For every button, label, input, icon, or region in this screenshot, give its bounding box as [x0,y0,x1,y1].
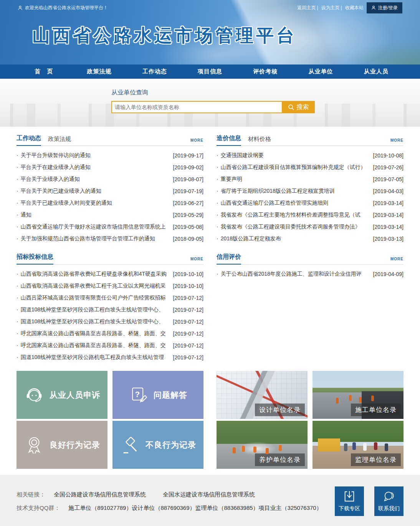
news-item[interactable]: 重要声明 [2019-07-05] [217,173,403,185]
user-icon [371,5,376,10]
tab-bidding[interactable]: 招标投标信息 [17,253,53,265]
register-login-button[interactable]: 注册/登录 [367,2,402,13]
contact-us-button[interactable]: 联系我们 [374,486,403,516]
news-date: [2019-03-14] [371,212,403,218]
news-item[interactable]: 山西省交通运输厅关于做好水运建设市场信用信息管理系统上 [2019-05-08] [17,221,203,233]
news-date: [2019-03-14] [371,224,403,230]
news-item[interactable]: 山西省取消高速公路省界收费站工程硬盘录像机和4T硬盘采购 [2019-10-10… [17,268,203,280]
photo-design-directory[interactable]: 设计单位名录 [217,371,308,419]
news-title: 关于加强和规范山西省公路市场管理平台管理工作的通知 [17,235,155,242]
news-date: [2019-07-26] [371,164,403,170]
photo-maintenance-directory[interactable]: 养护单位名录 [217,421,308,469]
related-links-label: 相关链接： [17,491,45,498]
news-title: 山西省取消高速公路省界收费站工程硬盘录像机和4T硬盘采购 [17,271,167,278]
tile-label: 从业人员申诉 [50,390,100,400]
contact-us-label: 联系我们 [378,505,400,512]
topbar-link[interactable]: 收藏本站 [345,5,364,11]
tab-policy[interactable]: 政策法规 [48,136,71,146]
news-item[interactable]: 平台关于关闭已建业绩录入的通知 [2019-07-19] [17,185,203,197]
news-item[interactable]: 国道108线神堂堡至砂河段公路工程白坡头主线站管理中心、 [2019-07-12… [17,316,203,328]
nav-item[interactable]: 评价考核 [238,65,293,79]
section-work-news: 工作动态 政策法规 MORE 关于平台升级暂停访问的通知 [2019-09-17… [17,134,203,245]
news-item[interactable]: 我省发布《公路工程建设项目委托技术咨询服务管理办法》 [2019-03-14] [217,221,403,233]
tile-bad-behavior[interactable]: 不良行为记录 [112,421,203,469]
more-link[interactable]: MORE [390,138,403,146]
welcome-label: 欢迎光临山西省公路水运市场管理平台！ [25,5,108,11]
search-icon [288,104,294,111]
news-item[interactable]: 平台关于业绩录入的通知 [2019-08-07] [17,173,203,185]
topbar-link[interactable]: 设为主页 [321,5,342,11]
more-link[interactable]: MORE [390,257,403,264]
tab-cost-info[interactable]: 造价信息 [217,134,241,146]
tile-good-behavior[interactable]: 良好行为记录 [17,421,107,469]
news-item[interactable]: 山西吕梁环城高速公路管理有限责任公司户外广告经营权招标 [2019-07-12] [17,292,203,304]
search-button-label: 搜索 [297,103,309,111]
photo-construction-directory[interactable]: 施工单位名录 [313,371,403,419]
photo-label: 监理单位名录 [351,453,401,466]
nav-item[interactable]: 从业人员 [349,65,404,79]
tab-work-news[interactable]: 工作动态 [17,134,41,146]
header-banner: 欢迎光临山西省公路水运市场管理平台！ 返回主页设为主页收藏本站 注册/登录 山西… [0,0,420,65]
footer-link[interactable]: 全国水运建设市场信用信息管理系统 [163,491,255,498]
news-item[interactable]: 关于平台升级暂停访问的通知 [2019-09-17] [17,149,203,161]
news-date: [2018-09-05] [171,236,203,242]
main-nav: 首 页政策法规工作动态项目信息评价考核从业单位从业人员 [0,65,420,79]
news-item[interactable]: 国道108线神堂堡至砂河段公路工程白坡头主线站管理中心、 [2019-07-12… [17,304,203,316]
gavel-icon [120,435,141,455]
news-item[interactable]: 呼北国家高速公路山西省隰县至吉县段路基、桥隧、路面、交 [2019-07-12] [17,339,203,351]
nav-item[interactable]: 首 页 [16,65,71,79]
news-item[interactable]: 我省发布《公路工程主要地方性材料价差调整指导意见（试 [2019-03-14] [217,209,403,221]
news-item[interactable]: 省厅将于近期组织2018版公路工程定额宣贯培训 [2019-04-03] [217,185,403,197]
news-title: 平台关于已建业绩录入时间变更的通知 [17,200,112,207]
nav-item[interactable]: 工作动态 [127,65,182,79]
news-title: 平台关于业绩录入的通知 [17,176,80,183]
qq-support-label: 技术支持QQ群： [17,504,60,512]
main-content: 工作动态 政策法规 MORE 关于平台升级暂停访问的通知 [2019-09-17… [17,127,403,469]
news-item[interactable]: 交通强国建设纲要 [2019-10-08] [217,149,403,161]
photo-supervision-directory[interactable]: 监理单位名录 [313,421,403,469]
tile-question-answer[interactable]: ? 问题解答 [112,371,203,419]
news-item[interactable]: 通知 [2019-05-29] [17,209,203,221]
news-item[interactable]: 国道108线神堂堡至砂河段公路机电工程及白坡头主线站管理 [2019-07-12… [17,351,203,363]
search-button[interactable]: 搜索 [282,101,315,113]
more-link[interactable]: MORE [190,138,203,146]
news-item[interactable]: 呼北国家高速公路山西省隰县至吉县段路基、桥隧、路面、交 [2019-07-12] [17,328,203,339]
news-title: 国道108线神堂堡至砂河段公路工程白坡头主线站管理中心、 [17,306,164,313]
news-date: [2019-03-14] [371,200,403,206]
news-date: [2019-08-07] [171,176,203,182]
tile-label: 良好行为记录 [50,440,100,450]
news-date: [2019-10-10] [171,283,203,289]
tab-material-price[interactable]: 材料价格 [248,136,271,146]
tab-credit-rating[interactable]: 信用评价 [217,253,241,265]
news-title: 关于公布山西省2018年度公路施工、监理和设计企业信用评 [217,271,362,278]
nav-item[interactable]: 政策法规 [71,65,127,79]
news-title: 山西吕梁环城高速公路管理有限责任公司户外广告经营权招标 [17,294,166,301]
news-date: [2019-04-03] [371,188,403,194]
nav-item[interactable]: 从业单位 [293,65,348,79]
news-date: [2019-04-09] [371,271,403,277]
tile-personnel-appeal[interactable]: 从业人员申诉 [17,371,107,419]
news-item[interactable]: 2018版公路工程定额发布 [2019-03-13] [217,233,403,245]
news-item[interactable]: 山西省交通运输厅公路工程造价管理实施细则 [2019-03-14] [217,197,403,209]
footer-link[interactable]: 全国公路建设市场信用信息管理系统 [54,491,146,498]
news-date: [2019-07-12] [171,342,203,349]
section-cost-info: 造价信息 材料价格 MORE 交通强国建设纲要 [2019-10-08] 山西省… [217,134,403,245]
qq-groups-text: 施工单位（891027789）设计单位（887690369）监理单位（88368… [68,504,322,512]
news-item[interactable]: 平台关于已建业绩录入时间变更的通知 [2019-06-27] [17,197,203,209]
news-item[interactable]: 山西省公路工程建设项目估算概算预算编制补充规定（试行） [2019-07-26] [217,161,403,173]
download-zone-button[interactable]: 下载专区 [335,486,364,516]
news-title: 国道108线神堂堡至砂河段公路机电工程及白坡头主线站管理 [17,354,164,361]
news-item[interactable]: 山西省取消高速公路省界收费站工程千兆工业以太网光端机采 [2019-10-10] [17,280,203,292]
topbar: 欢迎光临山西省公路水运市场管理平台！ 返回主页设为主页收藏本站 注册/登录 [0,0,420,15]
news-item[interactable]: 平台关于在建业绩录入的通知 [2019-09-02] [17,161,203,173]
news-date: [2019-10-08] [371,152,403,159]
news-item[interactable]: 关于加强和规范山西省公路市场管理平台管理工作的通知 [2018-09-05] [17,233,203,245]
more-link[interactable]: MORE [190,257,203,264]
search-input[interactable] [111,101,282,113]
nav-item[interactable]: 项目信息 [182,65,238,79]
site-title: 山西省公路水运市场管理平台 [32,24,297,48]
register-login-label: 注册/登录 [378,5,398,11]
news-date: [2019-03-13] [371,236,403,242]
topbar-link[interactable]: 返回主页 [297,5,318,11]
news-item[interactable]: 关于公布山西省2018年度公路施工、监理和设计企业信用评 [2019-04-09… [217,268,403,280]
